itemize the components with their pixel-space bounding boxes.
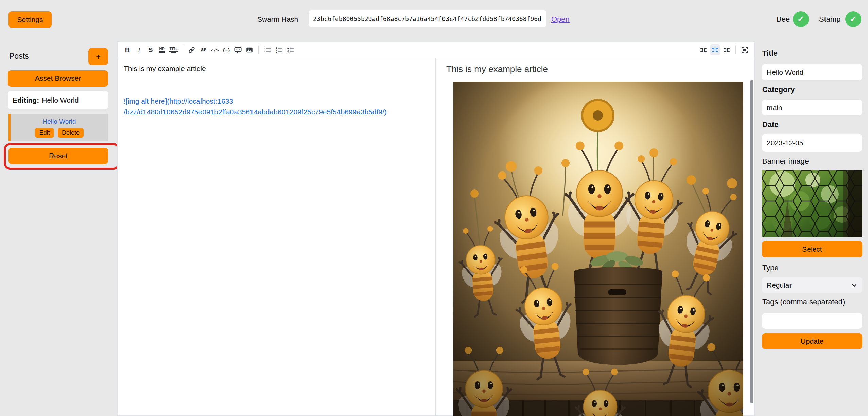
code-block-icon[interactable]: {=} (221, 44, 231, 55)
type-select[interactable]: Regular (762, 277, 862, 293)
preview-only-view-icon[interactable] (722, 44, 732, 55)
type-select-value: Regular (767, 281, 792, 289)
editor-text-line: This is my example article (124, 63, 429, 74)
markdown-editor-panel: B I S HR TITL ” </> {=} (117, 41, 755, 416)
horizontal-rule-icon[interactable]: HR (157, 44, 167, 55)
swarm-hash-input[interactable] (309, 10, 546, 27)
asset-browser-button[interactable]: Asset Browser (8, 70, 108, 87)
dancing-bees-illustration (453, 82, 743, 416)
editor-image-markdown: ![img alt here](http://localhost:1633 /b… (124, 96, 429, 117)
post-actions: Edit Delete (35, 128, 84, 138)
select-banner-button[interactable]: Select (762, 241, 862, 257)
toolbar-divider (258, 46, 259, 54)
link-icon[interactable] (187, 44, 197, 55)
italic-icon[interactable]: I (134, 44, 144, 55)
swarm-hash-label: Swarm Hash (257, 15, 298, 23)
tags-input[interactable] (762, 313, 862, 329)
editing-prefix: Editing: (13, 96, 39, 104)
svg-text:<>: <> (236, 48, 240, 51)
reset-button[interactable]: Reset (8, 148, 108, 164)
preview-article-heading: This is my example article (446, 64, 754, 74)
title-label: Title (762, 49, 778, 58)
editing-title: Hello World (42, 96, 79, 104)
type-label: Type (762, 264, 779, 272)
update-button[interactable]: Update (762, 333, 862, 349)
bullet-list-icon[interactable] (262, 44, 273, 55)
stamp-status-label: Stamp (819, 15, 841, 24)
posts-heading: Posts (9, 52, 29, 61)
date-label: Date (762, 120, 779, 129)
preview-pane: This is my example article (436, 58, 754, 416)
title-format-icon[interactable]: TITL (169, 44, 179, 55)
banner-image-label: Banner image (762, 157, 809, 166)
task-list-icon[interactable] (285, 44, 296, 55)
category-label: Category (762, 85, 795, 94)
toolbar-divider (183, 46, 183, 54)
post-list-item: Hello World Edit Delete (8, 114, 108, 141)
bold-icon[interactable]: B (122, 44, 133, 55)
tags-label: Tags (comma separated) (762, 297, 845, 306)
toolbar-divider (735, 46, 736, 54)
markdown-source-editor[interactable]: This is my example article ![img alt her… (118, 58, 436, 416)
editor-only-view-icon[interactable] (698, 44, 709, 55)
editing-indicator-card: Editing: Hello World (8, 91, 108, 109)
title-input[interactable] (762, 64, 862, 80)
insert-image-icon[interactable] (244, 44, 255, 55)
blockquote-icon[interactable]: ” (198, 42, 208, 58)
delete-post-button[interactable]: Delete (58, 128, 84, 138)
settings-button[interactable]: Settings (8, 11, 52, 28)
date-input[interactable] (762, 134, 862, 152)
strikethrough-icon[interactable]: S (145, 44, 156, 55)
numbered-list-icon[interactable]: 1 2 3 (274, 44, 284, 55)
edit-post-button[interactable]: Edit (35, 128, 54, 138)
stamp-check-icon: ✓ (845, 11, 861, 27)
svg-text:3: 3 (276, 51, 277, 53)
chevron-down-icon (851, 282, 857, 288)
category-input[interactable] (762, 100, 862, 115)
editor-toolbar: B I S HR TITL ” </> {=} (118, 42, 754, 58)
post-title-link[interactable]: Hello World (43, 118, 76, 125)
html-comment-icon[interactable]: <> (233, 44, 243, 55)
add-post-button[interactable]: + (88, 48, 108, 65)
app-window: Settings Swarm Hash Open Bee ✓ Stamp ✓ P… (0, 0, 868, 416)
fullscreen-icon[interactable] (740, 44, 750, 55)
open-link[interactable]: Open (551, 15, 570, 24)
split-view-icon[interactable] (710, 44, 720, 55)
banner-image-thumbnail (762, 170, 862, 237)
preview-scrollbar[interactable] (750, 80, 753, 403)
inline-code-icon[interactable]: </> (210, 44, 220, 55)
editor-split-view: This is my example article ![img alt her… (118, 58, 754, 416)
bee-status-label: Bee (777, 15, 790, 24)
bee-check-icon: ✓ (793, 11, 809, 27)
